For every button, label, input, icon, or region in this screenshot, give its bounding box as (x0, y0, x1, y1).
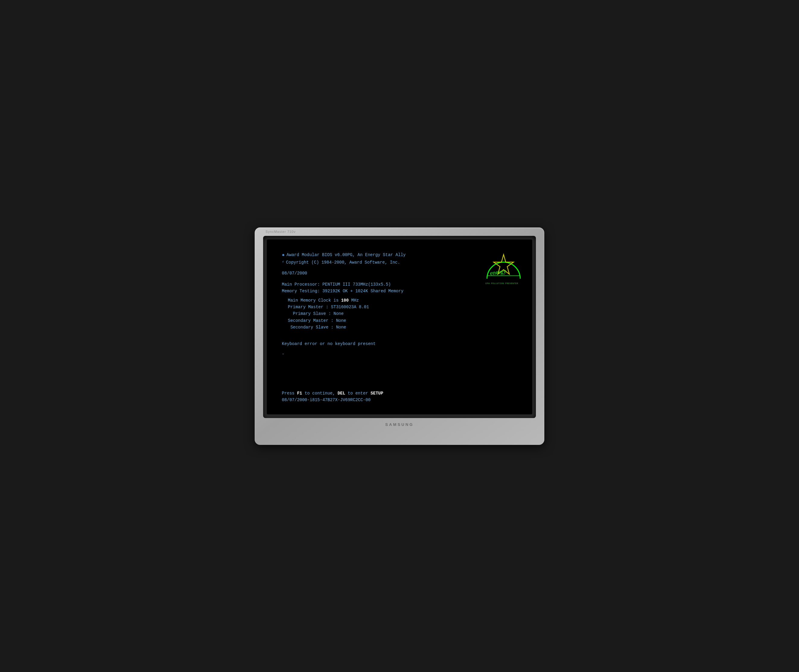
svg-text:EPA POLLUTION PREVENTER: EPA POLLUTION PREVENTER (485, 282, 518, 285)
memory-line: Memory Testing: 392192K OK + 1024K Share… (282, 288, 517, 294)
primary-master-line: Primary Master : ST3160023A 8.01 (288, 304, 517, 310)
processor-line: Main Processor: PENTIUM III 733MHz(133x5… (282, 281, 517, 288)
bios-icon-1: ● (282, 251, 285, 259)
bios-system-info: Main Processor: PENTIUM III 733MHz(133x5… (282, 281, 517, 295)
bios-icon-2: ⚡ (282, 259, 284, 266)
bios-string-line: 08/07/2000-i815-47B27X-JV69RC2CC-00 (282, 397, 383, 403)
bios-line1: Award Modular BIOS v6.00PG, An Energy St… (287, 251, 406, 258)
secondary-master-line: Secondary Master : None (288, 317, 517, 324)
keyboard-error-message: Keyboard error or no keyboard present (282, 341, 517, 347)
bios-header: ● Award Modular BIOS v6.00PG, An Energy … (282, 251, 517, 266)
monitor-brand: SAMSUNG (263, 422, 536, 427)
energy-star-logo: energy EPA POLLUTION PREVENTER (484, 248, 523, 288)
primary-slave-line: Primary Slave : None (288, 310, 517, 317)
monitor-model-label: SyncMaster 710v (266, 230, 296, 234)
bios-cursor-line: - (282, 351, 517, 357)
secondary-slave-line: Secondary Slave : None (288, 324, 517, 331)
bios-bottom-prompt: Press F1 to continue, DEL to enter SETUP… (282, 390, 383, 403)
bios-drive-info: Main Memory Clock is 100 MHz Primary Mas… (288, 297, 517, 331)
mem-clock-line: Main Memory Clock is 100 MHz (288, 297, 517, 304)
screen-bezel: energy EPA POLLUTION PREVENTER ● Award M… (263, 236, 536, 418)
svg-text:energy: energy (489, 267, 507, 277)
bios-date: 08/07/2000 (282, 270, 517, 277)
bios-screen: energy EPA POLLUTION PREVENTER ● Award M… (267, 240, 532, 414)
monitor-outer: SyncMaster 710v energy EPA POLLUTION PRE… (255, 227, 544, 445)
bios-line2: Copyright (C) 1984-2000, Award Software,… (286, 259, 400, 266)
press-f1-line: Press F1 to continue, DEL to enter SETUP (282, 390, 383, 397)
